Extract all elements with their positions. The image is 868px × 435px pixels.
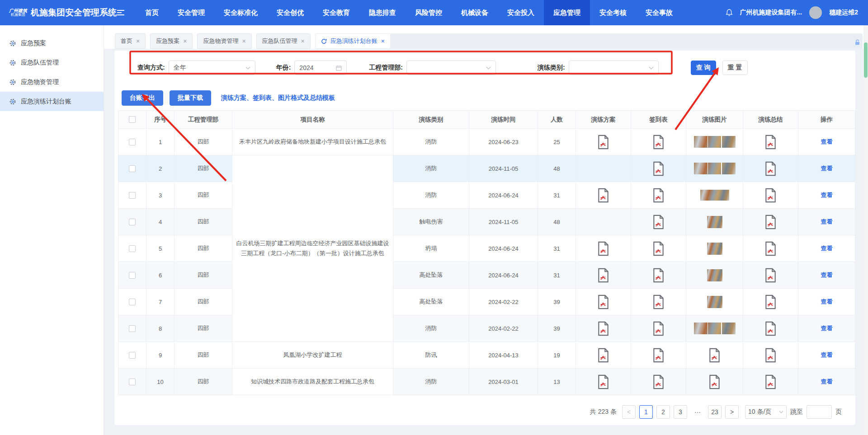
org-name[interactable]: 广州机施建设集团有... xyxy=(740,9,802,17)
nav-item-安全标准化[interactable]: 安全标准化 xyxy=(214,0,267,25)
pdf-file-icon[interactable] xyxy=(596,135,610,150)
view-link[interactable]: 查看 xyxy=(821,138,833,145)
row-checkbox[interactable] xyxy=(129,139,136,145)
row-checkbox[interactable] xyxy=(129,165,136,172)
pdf-file-icon[interactable] xyxy=(764,161,778,176)
pdf-file-icon[interactable] xyxy=(764,241,778,256)
pdf-file-icon[interactable] xyxy=(651,295,665,309)
pdf-file-icon[interactable] xyxy=(651,161,665,176)
batch-download-button[interactable]: 批量下载 xyxy=(170,90,211,106)
drill-photo-thumbnail[interactable] xyxy=(707,296,722,308)
drill-photo-thumbnail[interactable] xyxy=(694,163,736,174)
scrollbar-thumb[interactable] xyxy=(864,42,868,78)
ledger-export-button[interactable]: 台账导出 xyxy=(122,90,163,106)
nav-item-风险管控[interactable]: 风险管控 xyxy=(406,0,452,25)
sidebar-item-应急演练计划台账[interactable]: 应急演练计划台账 xyxy=(0,92,104,111)
pdf-file-icon[interactable] xyxy=(651,348,665,363)
jump-page-input[interactable] xyxy=(807,405,832,419)
view-link[interactable]: 查看 xyxy=(821,218,833,225)
sidebar-item-应急物资管理[interactable]: 应急物资管理 xyxy=(0,72,104,92)
row-checkbox[interactable] xyxy=(129,192,136,199)
close-icon[interactable]: × xyxy=(301,38,305,44)
nav-item-应急管理[interactable]: 应急管理 xyxy=(544,0,590,25)
pdf-file-icon[interactable] xyxy=(764,268,778,283)
sidebar-item-应急预案[interactable]: 应急预案 xyxy=(0,33,104,53)
pdf-file-icon[interactable] xyxy=(764,215,778,229)
pdf-file-icon[interactable] xyxy=(764,348,778,363)
next-page-button[interactable]: > xyxy=(725,405,739,419)
row-checkbox[interactable] xyxy=(129,272,136,279)
view-link[interactable]: 查看 xyxy=(821,325,833,332)
reset-button[interactable]: 重 置 xyxy=(722,61,748,75)
drill-photo-thumbnail[interactable] xyxy=(707,269,722,281)
pdf-file-icon[interactable] xyxy=(651,321,665,336)
page-button-1[interactable]: 1 xyxy=(639,405,653,419)
pdf-file-icon[interactable] xyxy=(651,268,665,283)
lock-icon[interactable] xyxy=(854,39,861,47)
view-link[interactable]: 查看 xyxy=(821,271,833,278)
refresh-icon[interactable] xyxy=(321,38,327,44)
drill-photo-thumbnail[interactable] xyxy=(707,216,722,228)
tab-应急演练计划台账[interactable]: 应急演练计划台账× xyxy=(315,33,391,49)
template-download-link[interactable]: 演练方案、签到表、图片格式及总结模板 xyxy=(221,94,335,102)
pdf-file-icon[interactable] xyxy=(651,188,665,203)
close-icon[interactable]: × xyxy=(381,38,385,44)
pdf-file-icon[interactable] xyxy=(764,135,778,150)
pdf-file-icon[interactable] xyxy=(596,188,610,203)
nav-item-安全教育[interactable]: 安全教育 xyxy=(313,0,359,25)
nav-item-安全创优[interactable]: 安全创优 xyxy=(267,0,313,25)
view-link[interactable]: 查看 xyxy=(821,245,833,252)
pdf-file-icon[interactable] xyxy=(764,321,778,336)
view-link[interactable]: 查看 xyxy=(821,378,833,385)
nav-item-隐患排查[interactable]: 隐患排查 xyxy=(359,0,406,25)
pdf-file-icon[interactable] xyxy=(708,374,722,389)
pdf-file-icon[interactable] xyxy=(596,241,610,256)
pdf-file-icon[interactable] xyxy=(764,188,778,203)
row-checkbox[interactable] xyxy=(129,325,136,332)
search-button[interactable]: 查 询 xyxy=(691,61,716,75)
notification-bell-icon[interactable] xyxy=(726,9,733,17)
collapse-menu-icon[interactable] xyxy=(104,0,136,25)
pdf-file-icon[interactable] xyxy=(596,295,610,309)
tab-应急物资管理[interactable]: 应急物资管理× xyxy=(197,33,251,49)
pdf-file-icon[interactable] xyxy=(708,348,722,363)
view-link[interactable]: 查看 xyxy=(821,298,833,305)
username[interactable]: 穗建运维2 xyxy=(829,9,858,17)
prev-page-button[interactable]: < xyxy=(622,405,636,419)
nav-item-安全考核[interactable]: 安全考核 xyxy=(590,0,636,25)
pdf-file-icon[interactable] xyxy=(764,295,778,309)
page-button-23[interactable]: 23 xyxy=(708,405,722,419)
view-link[interactable]: 查看 xyxy=(821,351,833,358)
drill-photo-thumbnail[interactable] xyxy=(700,190,729,201)
vertical-scrollbar[interactable] xyxy=(863,25,868,435)
pdf-file-icon[interactable] xyxy=(651,215,665,229)
close-icon[interactable]: × xyxy=(136,38,140,44)
close-icon[interactable]: × xyxy=(183,38,187,44)
nav-item-安全事故[interactable]: 安全事故 xyxy=(636,0,682,25)
row-checkbox[interactable] xyxy=(129,245,136,252)
pdf-file-icon[interactable] xyxy=(596,321,610,336)
pdf-file-icon[interactable] xyxy=(651,241,665,256)
page-button-3[interactable]: 3 xyxy=(674,405,687,419)
pdf-file-icon[interactable] xyxy=(596,374,610,389)
pdf-file-icon[interactable] xyxy=(651,135,665,150)
view-link[interactable]: 查看 xyxy=(821,192,833,198)
page-button-2[interactable]: 2 xyxy=(656,405,670,419)
query-mode-select[interactable]: 全年 xyxy=(169,61,255,75)
nav-item-安全管理[interactable]: 安全管理 xyxy=(168,0,214,25)
close-icon[interactable]: × xyxy=(242,38,245,44)
row-checkbox[interactable] xyxy=(129,379,136,385)
row-checkbox[interactable] xyxy=(129,219,136,225)
avatar[interactable] xyxy=(809,6,822,19)
nav-item-机械设备[interactable]: 机械设备 xyxy=(452,0,498,25)
year-date-picker[interactable]: 2024 xyxy=(294,61,347,75)
drill-photo-thumbnail[interactable] xyxy=(694,136,736,148)
nav-item-首页[interactable]: 首页 xyxy=(136,0,168,25)
sidebar-item-应急队伍管理[interactable]: 应急队伍管理 xyxy=(0,53,104,72)
dept-select[interactable] xyxy=(406,61,496,75)
select-all-checkbox[interactable] xyxy=(129,116,136,123)
view-link[interactable]: 查看 xyxy=(821,165,833,172)
nav-item-安全投入[interactable]: 安全投入 xyxy=(498,0,544,25)
row-checkbox[interactable] xyxy=(129,352,136,359)
pdf-file-icon[interactable] xyxy=(651,374,665,389)
